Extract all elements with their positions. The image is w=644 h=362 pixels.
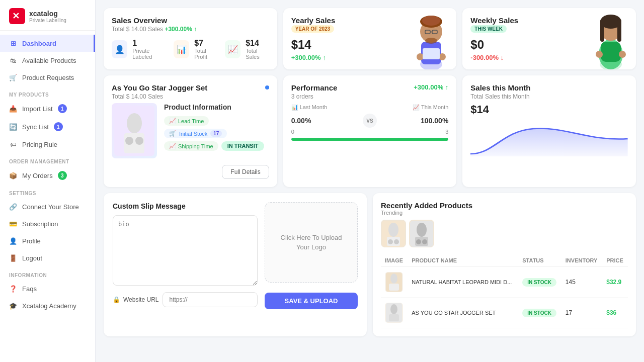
full-details-button[interactable]: Full Details [222,165,269,179]
total-sales-label: Total $ 14.00 Sales [112,26,163,33]
lead-time-icon: 📈 [169,118,176,124]
svg-point-42 [390,304,397,314]
sidebar-item-connect-store[interactable]: 🔗 Connect Your Store [0,198,95,215]
sidebar: ✕ xcatalog Private Labelling ⊞ Dashboard… [0,0,96,362]
yearly-price: $14 [291,38,449,52]
total-sales-label: Total Sales [246,48,269,60]
top-stats-row: Sales Overview Total $ 14.00 Sales +300.… [104,8,636,69]
sidebar-item-faqs[interactable]: ❓ Faqs [0,280,95,297]
svg-point-39 [390,274,397,284]
main-content: Sales Overview Total $ 14.00 Sales +300.… [96,0,644,362]
product-img-2 [386,303,402,322]
svg-rect-40 [389,284,399,291]
sidebar-item-sync-list[interactable]: 🔄 Sync List 1 [0,118,95,136]
last-month-col: 📊 Last Month [291,104,370,111]
import-list-icon: 📥 [9,105,17,113]
price-2: $36 [606,309,616,316]
sidebar-item-logout[interactable]: 🚪 Logout [0,249,95,266]
product-card: As You Go Star Jogger Set Total $ 14.00 … [104,75,277,187]
sidebar-item-subscription[interactable]: 💳 Subscription [0,215,95,232]
trending-images [381,220,628,247]
lead-time-tag: 📈 Lead Time [164,116,209,126]
profile-icon: 👤 [9,237,17,245]
table-header-row: IMAGE PRODUCT NAME STATUS INVENTORY PRIC… [381,254,628,267]
sales-month-price: $14 [470,103,628,116]
products-table: IMAGE PRODUCT NAME STATUS INVENTORY PRIC… [381,254,628,328]
shipping-time-tag: 📈 Shipping Time [164,141,218,151]
sidebar-item-dashboard[interactable]: ⊞ Dashboard [0,35,95,52]
last-month-num: 0 [291,129,369,135]
last-month-value: 0.00% [291,117,357,125]
url-input[interactable] [163,292,258,307]
inventory-1: 145 [566,279,576,286]
my-orders-icon: 📦 [9,171,17,179]
product-name-2: AS YOU GO STAR JOGGER SET [412,310,514,316]
this-month-value: 100.00% [383,117,448,125]
svg-point-37 [422,239,427,244]
this-month-text: This Month [421,104,448,110]
save-upload-button[interactable]: SAVE & UPLOAD [265,293,358,309]
sidebar-label-connect-store: Connect Your Store [22,203,79,211]
col-price: PRICE [602,254,628,267]
sidebar-item-profile[interactable]: 👤 Profile [0,232,95,249]
website-url-label: Website URL [123,296,158,303]
performance-arrow: ↑ [445,83,449,91]
recently-added-card: Recently Added Products Trending [373,193,636,336]
sales-change: +300.00% [165,26,192,33]
sidebar-item-pricing-rule[interactable]: 🏷 Pricing Rule [0,136,95,153]
upload-text: Click Here To Upload Your Logo [281,233,342,252]
transit-badge: IN TRANSIT [221,141,265,151]
product-price-cell-1: $32.9 [602,267,628,298]
sidebar-navigation: ⊞ Dashboard 🛍 Available Products 🛒 Produ… [0,31,95,362]
slip-textarea[interactable] [113,215,258,286]
sales-month-card: Sales this Month Total Sales this Month … [462,75,636,187]
sidebar-item-my-orders[interactable]: 📦 My Orders 3 [0,166,95,185]
private-labeled-icon: 👤 [112,40,127,58]
total-sales-icon: 📈 [225,40,240,58]
stat-total-profit: 📊 $7 Total Profit [174,39,217,60]
upload-zone[interactable]: Click Here To Upload Your Logo [265,202,358,283]
status-badge-1: IN STOCK [522,278,556,287]
connect-store-icon: 🔗 [9,203,17,211]
order-management-section-label: ORDER MANAGEMENT [0,153,95,166]
sidebar-item-available-products[interactable]: 🛍 Available Products [0,52,95,69]
sidebar-label-profile: Profile [22,237,41,245]
pricing-rule-icon: 🏷 [9,140,17,148]
settings-section-label: SETTINGS [0,185,95,198]
row-2: As You Go Star Jogger Set Total $ 14.00 … [104,75,636,187]
svg-point-34 [417,223,427,237]
product-thumb-cell-2 [381,298,408,328]
performance-title: Performance [291,83,338,92]
week-badge: THIS WEEK [470,25,507,33]
sync-list-badge: 1 [54,122,63,131]
xcatalog-logo-icon: ✕ [9,8,25,24]
product-title: As You Go Star Jogger Set [112,83,207,92]
sales-overview-subtitle: Total $ 14.00 Sales +300.00% ↑ [112,26,197,33]
svg-rect-43 [389,314,399,321]
product-inventory-cell-2: 17 [561,298,602,328]
product-image [112,103,157,158]
sales-overview-header: Sales Overview Total $ 14.00 Sales +300.… [112,16,269,33]
svg-point-24 [127,113,142,133]
sidebar-label-available-products: Available Products [22,57,76,64]
bar-fill-green [291,138,449,141]
my-products-section-label: MY PRODUCTS [0,86,95,100]
svg-point-27 [135,137,143,145]
sidebar-item-xcatalog-academy[interactable]: 🎓 Xcatalog Academy [0,297,95,314]
thumb-svg-1 [382,221,405,247]
sidebar-label-product-requests: Product Requests [22,74,74,81]
sidebar-label-logout: Logout [22,254,42,262]
chart-area [470,116,628,156]
info-tags-2: 📈 Shipping Time IN TRANSIT [164,141,269,151]
sidebar-item-import-list[interactable]: 📥 Import List 1 [0,100,95,118]
weekly-change: -300.00% [470,54,499,61]
product-thumb-img-2 [385,303,403,323]
year-badge: YEAR OF 2023 [291,25,334,33]
yearly-sales-title: Yearly Sales [291,16,449,25]
academy-icon: 🎓 [9,302,17,310]
sidebar-item-product-requests[interactable]: 🛒 Product Requests [0,69,95,86]
logo-name: xcatalog [29,10,66,18]
perf-values-row: 0.00% VS 100.00% [291,114,449,128]
inventory-2: 17 [566,309,572,316]
this-month-icon: 📈 [413,104,421,110]
